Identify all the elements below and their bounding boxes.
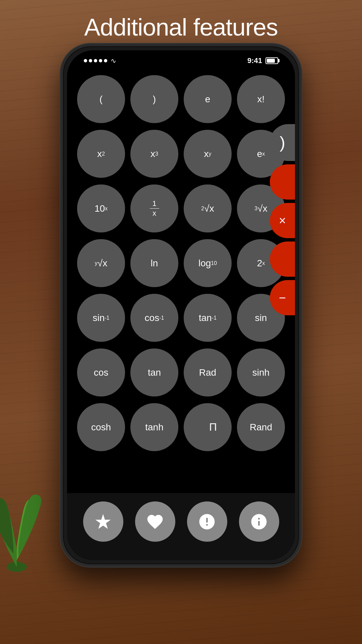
btn-arcsin[interactable]: sin-1: [77, 294, 125, 342]
signal-dots: [84, 59, 107, 62]
toolbar-favorite-btn[interactable]: [135, 501, 175, 542]
right-btn-paren[interactable]: ): [270, 124, 295, 161]
heart-icon: [146, 513, 164, 531]
btn-ln[interactable]: ln: [130, 239, 178, 287]
star-icon: [94, 513, 112, 531]
btn-cos[interactable]: cos: [77, 348, 125, 396]
calc-row-3: 10x 1 x 2√x 3√x: [77, 184, 285, 232]
toolbar-alert-btn[interactable]: [187, 501, 227, 542]
calc-row-7: cosh tanh Π Rand: [77, 403, 285, 451]
btn-tan[interactable]: tan: [130, 348, 178, 396]
btn-log10[interactable]: log10: [184, 239, 232, 287]
fraction-top: 1: [152, 199, 156, 208]
btn-factorial[interactable]: x!: [237, 75, 285, 123]
btn-cosh[interactable]: cosh: [77, 403, 125, 451]
calc-row-6: cos tan Rad sinh: [77, 348, 285, 396]
btn-x-squared[interactable]: x2: [77, 130, 125, 178]
signal-dot-5: [104, 59, 107, 62]
btn-rand[interactable]: Rand: [237, 403, 285, 451]
status-right: 9:41: [247, 56, 278, 65]
calc-row-1: ( ) e x!: [77, 75, 285, 123]
signal-dot-2: [89, 59, 92, 62]
btn-pi[interactable]: Π: [184, 403, 232, 451]
signal-dot-1: [84, 59, 87, 62]
btn-close-paren[interactable]: ): [130, 75, 178, 123]
calc-row-4: y√x ln log10 2x: [77, 239, 285, 287]
signal-dot-3: [94, 59, 97, 62]
right-btn-red-4[interactable]: −: [270, 280, 295, 315]
status-left: ∿: [84, 57, 116, 65]
toolbar-info-btn[interactable]: [239, 501, 279, 542]
fraction-bottom: x: [153, 209, 156, 218]
right-btn-red-2[interactable]: ×: [270, 203, 295, 238]
alert-icon: [198, 513, 216, 531]
page-title: Additional features: [0, 13, 362, 41]
toolbar-rate-btn[interactable]: [83, 501, 123, 542]
plant-decoration: [0, 426, 57, 577]
fraction-divider: [150, 208, 159, 209]
btn-tanh[interactable]: tanh: [130, 403, 178, 451]
btn-square-root[interactable]: 2√x: [184, 184, 232, 232]
calculator-grid: ( ) e x! x2 x3 xy ex 10x 1 x: [67, 68, 295, 465]
btn-x-to-y[interactable]: xy: [184, 130, 232, 178]
btn-arccos[interactable]: cos-1: [130, 294, 178, 342]
btn-arctan[interactable]: tan-1: [184, 294, 232, 342]
btn-x-cubed[interactable]: x3: [130, 130, 178, 178]
right-btn-red-3[interactable]: [270, 241, 295, 277]
fraction-display: 1 x: [150, 199, 159, 218]
btn-10-to-x[interactable]: 10x: [77, 184, 125, 232]
battery-fill: [267, 59, 275, 63]
time-display: 9:41: [247, 56, 262, 65]
phone-screen: ∿ 9:41 ( ) e x! x2 x3 xy: [67, 50, 295, 560]
btn-open-paren[interactable]: (: [77, 75, 125, 123]
right-panel: ) × −: [270, 124, 295, 315]
wifi-icon: ∿: [111, 57, 116, 65]
btn-euler[interactable]: e: [184, 75, 232, 123]
btn-y-root[interactable]: y√x: [77, 239, 125, 287]
calc-row-2: x2 x3 xy ex: [77, 130, 285, 178]
calc-row-5: sin-1 cos-1 tan-1 sin: [77, 294, 285, 342]
notch: [144, 50, 218, 62]
phone-frame: ∿ 9:41 ( ) e x! x2 x3 xy: [60, 44, 302, 567]
info-icon: [250, 513, 268, 531]
right-btn-red-1[interactable]: [270, 164, 295, 200]
btn-rad[interactable]: Rad: [184, 348, 232, 396]
battery-icon: [265, 57, 278, 64]
btn-reciprocal[interactable]: 1 x: [130, 184, 178, 232]
signal-dot-4: [99, 59, 102, 62]
bottom-toolbar: [67, 493, 295, 560]
btn-sinh[interactable]: sinh: [237, 348, 285, 396]
